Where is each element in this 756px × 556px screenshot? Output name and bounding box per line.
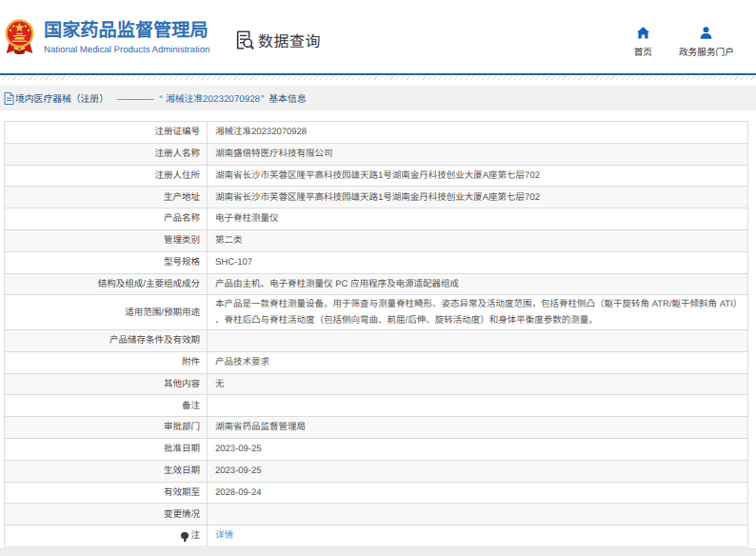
table-row: 注册人住所湖南省长沙市芙蓉区隆平高科技园雄天路1号湖南金丹科技创业大厦A座第七层… — [5, 165, 748, 187]
table-row: 管理类别第二类 — [5, 229, 748, 251]
field-label: 型号规格 — [5, 251, 208, 273]
field-value: 湘械注准20232070928 — [208, 122, 748, 144]
table-row: 批准日期2023-09-25 — [5, 438, 748, 460]
table-row: 生效日期2023-09-25 — [5, 460, 748, 482]
table-row: 变更情况 — [5, 504, 748, 526]
field-value: 产品技术要求 — [208, 351, 748, 373]
field-value: 第二类 — [208, 229, 748, 251]
agency-name-en: National Medical Products Administration — [44, 45, 209, 55]
agency-title-block: 国家药品监督管理局 National Medical Products Admi… — [44, 21, 209, 55]
field-label: 注册证编号 — [5, 122, 208, 144]
field-value: 2023-09-25 — [208, 438, 748, 460]
field-value — [208, 329, 748, 351]
field-label: 其他内容 — [5, 373, 208, 395]
details-link[interactable]: 详情 — [215, 530, 233, 541]
field-label: 产品储存条件及有效期 — [5, 329, 208, 351]
table-row: 备注 — [5, 395, 748, 417]
nav-portal[interactable]: 政务服务门户 — [679, 26, 734, 58]
field-value: SHC-107 — [208, 251, 748, 273]
table-row: 注册证编号湘械注准20232070928 — [5, 122, 748, 144]
nav-home[interactable]: 首页 — [634, 26, 652, 58]
field-value: 湖南省长沙市芙蓉区隆平高科技园雄天路1号湖南金丹科技创业大厦A座第七层702 — [208, 165, 748, 187]
field-value — [208, 504, 748, 526]
breadcrumb: 境内医疗器械（注册）————“湘械注准20232070928”基本信息 — [4, 86, 307, 110]
field-value: 产品由主机、电子脊柱测量仪 PC 应用程序及电源适配器组成 — [208, 273, 748, 295]
data-query-label[interactable]: 数据查询 — [258, 29, 321, 51]
home-icon — [636, 26, 650, 40]
table-row: 其他内容无 — [5, 373, 748, 395]
field-value: 无 — [208, 373, 748, 395]
field-label: 批准日期 — [5, 438, 208, 460]
open-quote: “ — [159, 94, 162, 105]
field-value — [208, 395, 748, 417]
field-label: 审批部门 — [5, 417, 208, 439]
table-row: 产品名称电子脊柱测量仪 — [5, 208, 748, 230]
footer-strip — [0, 548, 756, 556]
breadcrumb-text: 境内医疗器械（注册）————“湘械注准20232070928”基本信息 — [15, 91, 307, 105]
field-label: 注册人名称 — [5, 143, 208, 165]
document-icon — [4, 92, 14, 105]
nav-portal-label: 政务服务门户 — [679, 45, 734, 58]
breadcrumb-separator: ———— — [117, 94, 154, 105]
table-row: 生产地址湖南省长沙市芙蓉区隆平高科技园雄天路1号湖南金丹科技创业大厦A座第七层7… — [5, 187, 748, 208]
field-label: 有效期至 — [5, 482, 208, 504]
field-label: 备注 — [5, 395, 208, 417]
field-label: 适用范围/预期用途 — [5, 295, 208, 330]
hatched-divider — [0, 76, 756, 80]
nav-home-label: 首页 — [634, 45, 652, 58]
breadcrumb-suffix: 基本信息 — [269, 94, 306, 105]
person-icon — [699, 26, 713, 40]
field-label: 注册人住所 — [5, 165, 208, 187]
field-label: 附件 — [5, 351, 208, 373]
field-label: 变更情况 — [5, 504, 208, 526]
field-value: 湖南省药品监督管理局 — [208, 417, 748, 439]
field-value: 湖南省长沙市芙蓉区隆平高科技园雄天路1号湖南金丹科技创业大厦A座第七层702 — [208, 187, 748, 208]
breadcrumb-regno-text: 湘械注准20232070928 — [166, 94, 260, 105]
field-label: 结构及组成/主要组成成分 — [5, 273, 208, 295]
table-row: 型号规格SHC-107 — [5, 251, 748, 273]
table-row: 有效期至2028-09-24 — [5, 482, 748, 504]
field-value: 2023-09-25 — [208, 460, 748, 482]
field-value: 详情 — [208, 526, 748, 547]
table-row: 审批部门湖南省药品监督管理局 — [5, 417, 748, 439]
data-query-section: 数据查询 — [234, 29, 321, 51]
registration-detail-table: 注册证编号湘械注准20232070928注册人名称湖南盛倍特医疗科技有限公司注册… — [4, 121, 748, 547]
field-value: 本产品是一款脊柱测量设备。用于筛查与测量脊柱畸形、姿态异常及活动度范围，包括脊柱… — [208, 295, 748, 330]
breadcrumb-bar: 境内医疗器械（注册）————“湘械注准20232070928”基本信息 — [0, 86, 756, 110]
field-value: 湖南盛倍特医疗科技有限公司 — [208, 143, 748, 165]
detail-table-body: 注册证编号湘械注准20232070928注册人名称湖南盛倍特医疗科技有限公司注册… — [5, 122, 748, 547]
balloon-note-icon — [181, 532, 189, 540]
field-label: 生产地址 — [5, 187, 208, 208]
breadcrumb-category[interactable]: 境内医疗器械（注册） — [15, 94, 109, 105]
breadcrumb-regno: “湘械注准20232070928” — [159, 94, 267, 105]
site-header: 国家药品监督管理局 National Medical Products Admi… — [0, 0, 756, 75]
table-row: 适用范围/预期用途本产品是一款脊柱测量设备。用于筛查与测量脊柱畸形、姿态异常及活… — [5, 295, 748, 330]
table-row: 产品储存条件及有效期 — [5, 329, 748, 351]
field-label: 管理类别 — [5, 229, 208, 251]
page: 国家药品监督管理局 National Medical Products Admi… — [0, 0, 756, 556]
field-value: 电子脊柱测量仪 — [208, 208, 748, 230]
field-value: 2028-09-24 — [208, 482, 748, 504]
table-row: 结构及组成/主要组成成分产品由主机、电子脊柱测量仪 PC 应用程序及电源适配器组… — [5, 273, 748, 295]
table-row: 注详情 — [5, 526, 748, 547]
field-label: 注 — [5, 526, 208, 547]
field-label: 生效日期 — [5, 460, 208, 482]
table-row: 注册人名称湖南盛倍特医疗科技有限公司 — [5, 143, 748, 165]
agency-name-cn: 国家药品监督管理局 — [44, 21, 209, 42]
table-row: 附件产品技术要求 — [5, 351, 748, 373]
document-search-icon — [234, 30, 255, 50]
close-quote: ” — [261, 94, 264, 105]
national-emblem-logo — [3, 19, 36, 56]
field-label: 产品名称 — [5, 208, 208, 230]
